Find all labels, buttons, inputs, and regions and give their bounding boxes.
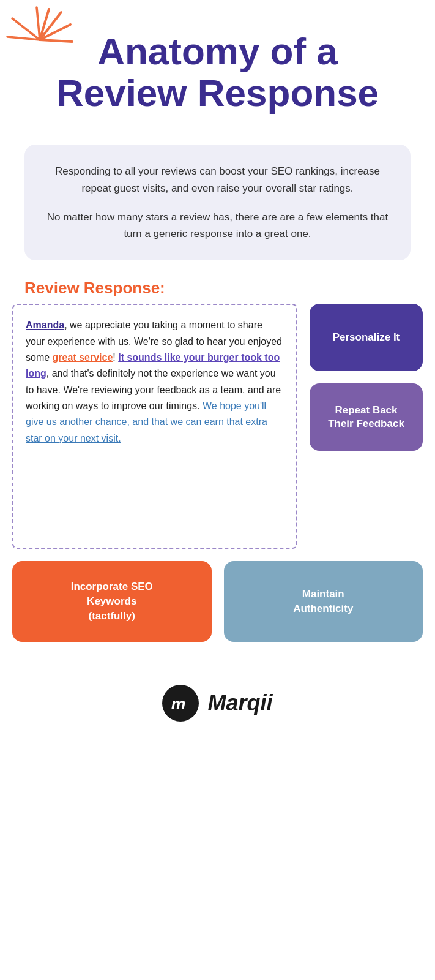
svg-line-2 <box>40 40 72 42</box>
review-area: Amanda, we appreciate you taking a momen… <box>12 304 423 549</box>
authenticity-label-box: MaintainAuthenticity <box>224 561 423 641</box>
personalize-label-box: Personalize It <box>310 304 423 371</box>
intro-paragraph-1: Responding to all your reviews can boost… <box>46 163 389 196</box>
brand-name: Marqii <box>207 690 272 716</box>
svg-text:m: m <box>171 694 186 712</box>
seo-label: Incorporate SEOKeywords(tactfully) <box>71 579 153 623</box>
sunburst-decoration <box>6 6 67 67</box>
header-section: Anatomy of a Review Response <box>0 0 435 126</box>
section-label: Review Response: <box>24 279 411 298</box>
repeat-back-label: Repeat BackTheir Feedback <box>328 404 404 431</box>
seo-label-box: Incorporate SEOKeywords(tactfully) <box>12 561 212 641</box>
reviewer-name: Amanda <box>26 320 64 330</box>
svg-line-4 <box>37 7 40 40</box>
exclamation: ! <box>113 352 118 363</box>
label-boxes: Personalize It Repeat BackTheir Feedback <box>310 304 423 451</box>
brand-logo-icon: m <box>169 692 192 715</box>
intro-box: Responding to all your reviews can boost… <box>24 145 411 260</box>
review-text-box: Amanda, we appreciate you taking a momen… <box>12 304 297 549</box>
bottom-boxes: Incorporate SEOKeywords(tactfully) Maint… <box>12 561 423 641</box>
page-title: Anatomy of a Review Response <box>18 24 417 114</box>
repeat-back-label-box: Repeat BackTheir Feedback <box>310 383 423 451</box>
great-service-link: great service <box>53 352 113 363</box>
authenticity-label: MaintainAuthenticity <box>293 587 353 616</box>
personalize-label: Personalize It <box>333 331 400 344</box>
footer: m Marqii <box>0 666 435 746</box>
brand-logo-circle: m <box>162 685 199 722</box>
intro-paragraph-2: No matter how many stars a review has, t… <box>46 209 389 242</box>
